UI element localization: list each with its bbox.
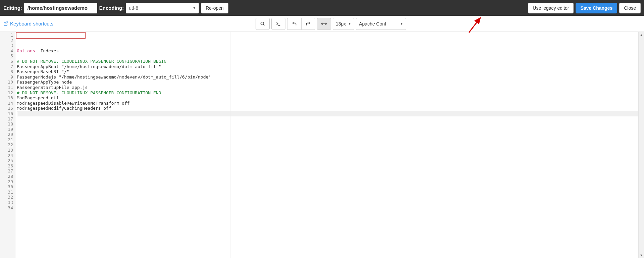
redo-icon: [306, 21, 311, 26]
code-line[interactable]: [17, 132, 644, 137]
code-line[interactable]: [17, 121, 644, 127]
encoding-label: Encoding:: [99, 5, 124, 11]
close-button[interactable]: Close: [619, 3, 641, 13]
chevron-down-icon: ▼: [348, 22, 351, 25]
code-line[interactable]: PassengerBaseURI "/": [17, 69, 644, 74]
line-number: 5: [0, 53, 15, 59]
line-number: 14: [0, 101, 15, 106]
code-line[interactable]: [17, 195, 644, 200]
code-line[interactable]: Options -Indexes: [17, 48, 644, 54]
code-line[interactable]: ModPagespeed off: [17, 95, 644, 101]
code-line[interactable]: PassengerStartupFile app.js: [17, 85, 644, 90]
line-number: 3: [0, 43, 15, 48]
line-number: 31: [0, 190, 15, 195]
undo-button[interactable]: [287, 18, 301, 30]
code-line[interactable]: [17, 111, 644, 116]
font-size-select[interactable]: 13px ▼: [333, 18, 354, 30]
undo-redo-group: [287, 18, 315, 30]
code-line[interactable]: [17, 116, 644, 122]
code-line[interactable]: [17, 184, 644, 190]
line-number: 13: [0, 95, 15, 101]
save-changes-button[interactable]: Save Changes: [576, 3, 617, 13]
code-line[interactable]: [17, 210, 644, 216]
scroll-down-arrow[interactable]: ▼: [639, 252, 644, 258]
line-number: 12: [0, 90, 15, 96]
line-number: 11: [0, 85, 15, 90]
wrap-toggle-button[interactable]: [317, 18, 331, 30]
search-icon: [260, 21, 265, 26]
code-line[interactable]: [17, 142, 644, 148]
line-number: 9: [0, 74, 15, 80]
file-path-input[interactable]: [24, 3, 97, 13]
line-number: 19: [0, 127, 15, 132]
scroll-up-arrow[interactable]: ▲: [639, 32, 644, 38]
code-line[interactable]: ModPagespeedDisableRewriteOnNoTransform …: [17, 101, 644, 106]
line-number: 23: [0, 148, 15, 153]
chevron-down-icon: ▼: [400, 22, 403, 25]
code-line[interactable]: [17, 148, 644, 153]
line-number: 8: [0, 69, 15, 74]
line-number: 4: [0, 48, 15, 54]
search-button[interactable]: [256, 18, 270, 30]
code-line[interactable]: [17, 153, 644, 158]
svg-line-0: [5, 22, 8, 24]
line-number: 17: [0, 116, 15, 122]
code-line[interactable]: PassengerAppRoot "/home/hostingsewademo/…: [17, 64, 644, 69]
chevron-down-icon: ▼: [193, 6, 196, 10]
reopen-button[interactable]: Re-open: [201, 3, 228, 13]
encoding-value: utf-8: [129, 5, 138, 11]
font-size-value: 13px: [336, 21, 346, 27]
line-number: 16: [0, 111, 15, 116]
code-line[interactable]: # DO NOT REMOVE. CLOUDLINUX PASSENGER CO…: [17, 90, 644, 96]
print-margin: [230, 32, 230, 258]
line-number: 6: [0, 59, 15, 64]
syntax-select[interactable]: Apache Conf ▼: [356, 18, 406, 30]
code-line[interactable]: [17, 137, 644, 143]
encoding-select[interactable]: utf-8 ▼: [126, 3, 199, 13]
terminal-button[interactable]: [271, 18, 285, 30]
code-line[interactable]: [17, 53, 644, 59]
undo-icon: [292, 21, 297, 26]
line-number: 22: [0, 142, 15, 148]
code-line[interactable]: [17, 216, 644, 221]
svg-line-2: [264, 24, 265, 25]
text-cursor: [17, 112, 17, 116]
editor-region: 1234567891011121314151617181920212223242…: [0, 32, 644, 258]
keyboard-shortcuts-label: Keyboard shortcuts: [10, 21, 53, 27]
line-number: 20: [0, 132, 15, 137]
line-number: 33: [0, 200, 15, 205]
line-number: 21: [0, 137, 15, 143]
code-line[interactable]: ModPagespeedModifyCachingHeaders off: [17, 106, 644, 111]
line-gutter: 1234567891011121314151617181920212223242…: [0, 32, 15, 258]
code-line[interactable]: [17, 127, 644, 132]
code-line[interactable]: [17, 200, 644, 205]
code-line[interactable]: PassengerNodejs "/home/hostingsewademo/n…: [17, 74, 644, 80]
line-number: 32: [0, 195, 15, 200]
code-line[interactable]: [17, 168, 644, 174]
code-line[interactable]: [17, 205, 644, 211]
header-left: Editing: Encoding: utf-8 ▼ Re-open: [3, 3, 228, 13]
code-line[interactable]: PassengerAppType node: [17, 80, 644, 85]
line-number: 1: [0, 33, 15, 38]
wrap-icon: [321, 21, 327, 26]
redo-button[interactable]: [301, 18, 315, 30]
code-line[interactable]: [17, 179, 644, 185]
line-number: 7: [0, 64, 15, 69]
legacy-editor-button[interactable]: Use legacy editor: [528, 3, 574, 13]
code-editor[interactable]: Options -Indexes# DO NOT REMOVE. CLOUDLI…: [15, 32, 644, 258]
code-line[interactable]: # DO NOT REMOVE. CLOUDLINUX PASSENGER CO…: [17, 59, 644, 64]
code-line[interactable]: [17, 163, 644, 169]
code-line[interactable]: [17, 158, 644, 163]
toolbar: Keyboard shortcuts 13px ▼ Apache Conf ▼: [0, 16, 644, 32]
toolbar-center: 13px ▼ Apache Conf ▼: [256, 18, 406, 30]
code-line[interactable]: [17, 221, 644, 226]
line-number: 34: [0, 205, 15, 211]
code-line[interactable]: [17, 190, 644, 195]
vertical-scrollbar[interactable]: ▲ ▼: [638, 32, 644, 258]
syntax-value: Apache Conf: [359, 21, 386, 27]
svg-point-1: [261, 22, 264, 25]
keyboard-shortcuts-link[interactable]: Keyboard shortcuts: [3, 21, 53, 27]
line-number: 26: [0, 163, 15, 169]
line-number: 18: [0, 121, 15, 127]
code-line[interactable]: [17, 174, 644, 179]
